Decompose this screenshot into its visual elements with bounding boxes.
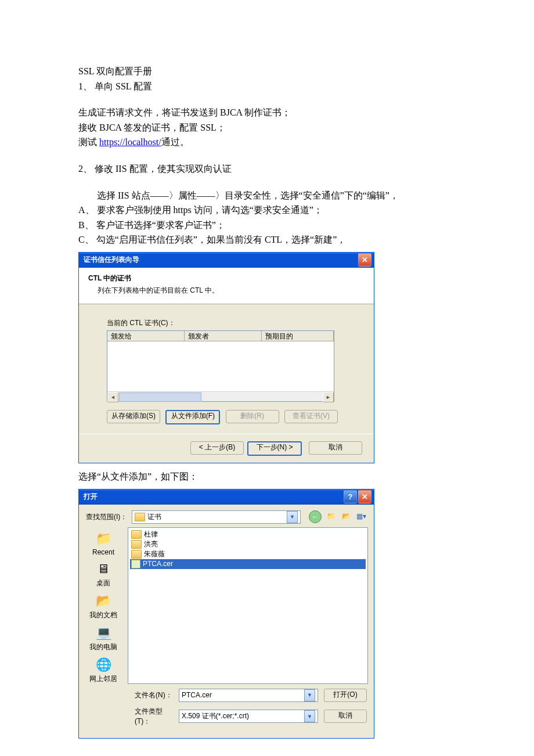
place-mycomputer[interactable]: 💻 我的电脑 xyxy=(81,624,125,653)
para-2: 接收 BJCA 签发的证书，配置 SSL； xyxy=(78,120,456,135)
nav-views-icon[interactable]: ▦▾ xyxy=(355,510,367,522)
step-a: A、 要求客户强制使用 https 访问，请勾选“要求安全通道”； xyxy=(78,203,456,218)
item-1: 1、 单向 SSL 配置 xyxy=(78,79,456,94)
filetype-value: X.509 证书(*.cer;*.crt) xyxy=(182,711,249,721)
help-icon[interactable]: ? xyxy=(344,490,357,503)
add-from-store-button[interactable]: 从存储添加(S) xyxy=(107,410,160,423)
open-file-dialog: 打开 ? ✕ 查找范围(I)： 证书 ▼ ← 📁 📂 ▦▾ 📁 Recent xyxy=(78,489,374,739)
place-desktop-label: 桌面 xyxy=(81,578,125,588)
para-3: 测试 https://localhost/通过。 xyxy=(78,135,456,150)
filename-value: PTCA.cer xyxy=(182,691,212,699)
next-button[interactable]: 下一步(N) > xyxy=(247,441,302,456)
back-button[interactable]: < 上一步(B) xyxy=(190,441,244,455)
place-desktop[interactable]: 🖥 桌面 xyxy=(81,560,125,589)
para-3-pre: 测试 xyxy=(78,137,99,147)
ctl-header-sub: 列在下列表格中的证书目前在 CTL 中。 xyxy=(98,286,365,296)
filename-input[interactable]: PTCA.cer ▼ xyxy=(179,689,318,702)
dropdown-icon[interactable]: ▼ xyxy=(304,710,315,722)
localhost-link[interactable]: https://localhost/ xyxy=(99,137,161,147)
step-c: C、 勾选“启用证书信任列表”，如果当前没有 CTL，选择“新建”， xyxy=(78,232,456,247)
folder-icon xyxy=(135,513,145,521)
mydocs-icon: 📂 xyxy=(94,593,113,609)
cancel-button[interactable]: 取消 xyxy=(324,710,367,723)
place-mycomputer-label: 我的电脑 xyxy=(81,642,125,652)
look-in-value: 证书 xyxy=(147,512,161,522)
ctl-wizard-titlebar[interactable]: 证书信任列表向导 ✕ xyxy=(79,253,374,268)
look-in-combo[interactable]: 证书 ▼ xyxy=(132,510,301,524)
dropdown-icon[interactable]: ▼ xyxy=(287,511,298,523)
filetype-combo[interactable]: X.509 证书(*.cer;*.crt) ▼ xyxy=(179,710,318,723)
file-name: 杜律 xyxy=(144,530,158,539)
col-issued-to[interactable]: 颁发给 xyxy=(107,331,185,341)
para-3-post: 通过。 xyxy=(161,137,189,147)
close-icon[interactable]: ✕ xyxy=(358,253,371,267)
place-network-label: 网上邻居 xyxy=(81,674,125,684)
open-titlebar[interactable]: 打开 ? ✕ xyxy=(79,489,374,505)
doc-title: SSL 双向配置手册 xyxy=(78,64,456,79)
filename-label: 文件名(N)： xyxy=(135,690,173,700)
file-list[interactable]: 杜律 洪亮 朱薇薇 PTCA.cer xyxy=(128,527,368,684)
place-recent[interactable]: 📁 Recent xyxy=(81,530,125,557)
place-mydocs-label: 我的文档 xyxy=(81,610,125,620)
list-item[interactable]: 朱薇薇 xyxy=(130,549,366,559)
recent-folder-icon: 📁 xyxy=(94,531,113,547)
open-title: 打开 xyxy=(84,492,342,502)
file-name: 朱薇薇 xyxy=(144,549,165,559)
close-icon[interactable]: ✕ xyxy=(358,490,371,503)
between-text: 选择“从文件添加”，如下图： xyxy=(78,469,456,484)
open-button[interactable]: 打开(O) xyxy=(324,689,367,702)
folder-icon xyxy=(131,530,142,539)
listview-headers: 颁发给 颁发者 预期目的 xyxy=(107,331,334,341)
folder-icon xyxy=(131,550,142,559)
scroll-thumb[interactable] xyxy=(119,393,201,402)
dropdown-icon[interactable]: ▼ xyxy=(304,689,315,701)
ctl-header-bold: CTL 中的证书 xyxy=(88,273,365,283)
file-name: PTCA.cer xyxy=(143,560,173,568)
cancel-button[interactable]: 取消 xyxy=(309,441,362,455)
mycomputer-icon: 💻 xyxy=(94,625,113,641)
folder-icon xyxy=(131,540,142,549)
place-network[interactable]: 🌐 网上邻居 xyxy=(81,656,125,685)
col-purpose[interactable]: 预期目的 xyxy=(262,331,334,341)
places-bar: 📁 Recent 🖥 桌面 📂 我的文档 💻 我的电脑 🌐 网上邻 xyxy=(79,527,128,684)
certificate-icon xyxy=(131,560,140,568)
listview-hscroll[interactable]: ◄ ► xyxy=(107,391,334,401)
look-in-label: 查找范围(I)： xyxy=(86,512,127,522)
ctl-list-label: 当前的 CTL 证书(C)： xyxy=(107,318,360,328)
col-issuer[interactable]: 颁发者 xyxy=(185,331,262,341)
scroll-right-icon[interactable]: ► xyxy=(323,392,334,402)
desktop-icon: 🖥 xyxy=(94,561,113,577)
nav-up-icon[interactable]: 📁 xyxy=(325,510,337,522)
nav-newfolder-icon[interactable]: 📂 xyxy=(340,510,352,522)
list-item-selected[interactable]: PTCA.cer xyxy=(130,559,366,569)
ctl-wizard-header: CTL 中的证书 列在下列表格中的证书目前在 CTL 中。 xyxy=(79,268,374,304)
list-item[interactable]: 杜律 xyxy=(130,530,366,539)
network-icon: 🌐 xyxy=(94,657,113,673)
ctl-wizard-dialog: 证书信任列表向导 ✕ CTL 中的证书 列在下列表格中的证书目前在 CTL 中。… xyxy=(78,252,374,463)
ctl-cert-listview[interactable]: 颁发给 颁发者 预期目的 ◄ ► xyxy=(107,330,334,402)
item-2: 2、 修改 IIS 配置，使其实现双向认证 xyxy=(78,161,456,177)
file-name: 洪亮 xyxy=(144,539,158,549)
step-intro: 选择 IIS 站点——〉属性——〉目录安全性，选择“安全通信”下的“编辑”， xyxy=(78,188,456,203)
step-b: B、 客户证书选择“要求客户证书”； xyxy=(78,218,456,233)
scroll-left-icon[interactable]: ◄ xyxy=(107,392,118,402)
place-mydocs[interactable]: 📂 我的文档 xyxy=(81,592,125,621)
ctl-wizard-title: 证书信任列表向导 xyxy=(84,255,357,265)
filetype-label: 文件类型(T)： xyxy=(135,707,173,726)
place-recent-label: Recent xyxy=(81,548,125,556)
nav-back-icon[interactable]: ← xyxy=(309,510,322,523)
remove-button: 删除(R) xyxy=(226,410,279,423)
para-1: 生成证书请求文件，将证书发送到 BJCA 制作证书； xyxy=(78,105,456,120)
list-item[interactable]: 洪亮 xyxy=(130,539,366,549)
add-from-file-button[interactable]: 从文件添加(F) xyxy=(165,410,220,424)
listview-body xyxy=(107,341,334,391)
view-cert-button: 查看证书(V) xyxy=(284,410,338,423)
